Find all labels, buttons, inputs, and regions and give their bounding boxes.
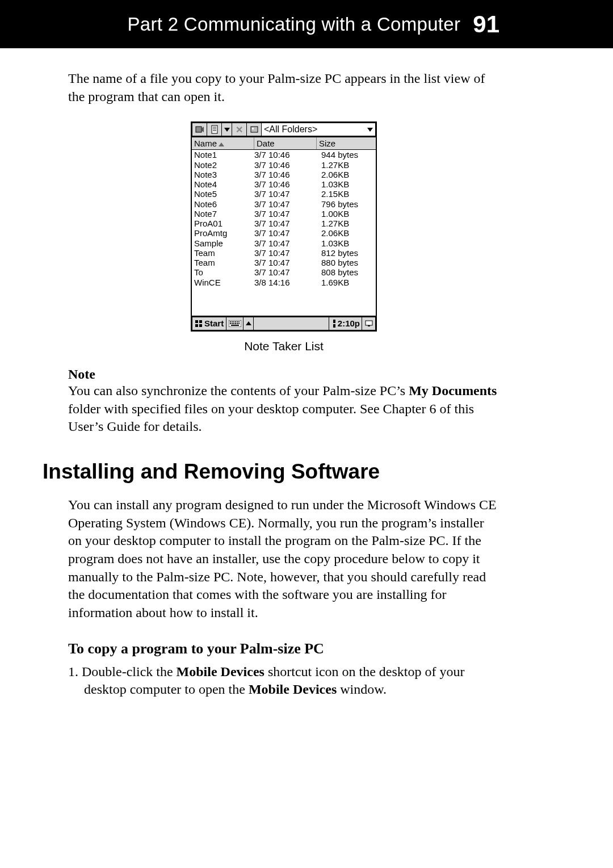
svg-rect-1: [212, 125, 217, 133]
list-item[interactable]: Note33/7 10:462.06KB: [192, 170, 376, 179]
delete-icon[interactable]: ✕: [232, 123, 246, 136]
list-item[interactable]: Sample3/7 10:471.03KB: [192, 238, 376, 248]
file-size: 1.00KB: [317, 209, 373, 219]
column-header-date[interactable]: Date: [254, 137, 317, 149]
file-name: ProAmtg: [194, 228, 254, 238]
column-header-size[interactable]: Size: [317, 137, 376, 149]
column-header-name[interactable]: Name: [192, 137, 254, 149]
svg-rect-14: [233, 321, 234, 322]
note-paragraph: You can also synchronize the contents of…: [68, 382, 499, 436]
new-note-dropdown-icon[interactable]: [221, 123, 232, 136]
page-header: Part 2 Communicating with a Computer 91: [0, 0, 613, 48]
header-page-number: 91: [473, 11, 499, 38]
list-item[interactable]: Note63/7 10:47796 bytes: [192, 199, 376, 209]
svg-rect-9: [195, 324, 198, 327]
file-name: Note1: [194, 150, 254, 160]
page-body: The name of a file you copy to your Palm…: [0, 48, 613, 699]
file-date: 3/7 10:46: [254, 179, 317, 189]
svg-rect-21: [235, 323, 236, 324]
record-icon[interactable]: [192, 123, 207, 136]
file-size: 1.03KB: [317, 238, 373, 248]
taskbar-clock[interactable]: 2:10p: [329, 317, 362, 330]
file-size: 1.03KB: [317, 179, 373, 189]
list-item[interactable]: Note23/7 10:461.27KB: [192, 160, 376, 170]
file-name: ProA01: [194, 219, 254, 228]
connection-icon: [331, 320, 338, 328]
svg-rect-25: [333, 320, 335, 323]
svg-rect-15: [235, 321, 236, 322]
list-item[interactable]: WinCE3/8 14:161.69KB: [192, 278, 376, 287]
device-taskbar: Start 2:10p: [192, 316, 376, 330]
keyboard-icon[interactable]: [226, 317, 243, 330]
file-name: Note6: [194, 199, 254, 209]
file-size: 1.27KB: [317, 219, 373, 228]
svg-rect-24: [231, 325, 239, 326]
file-size: 1.69KB: [317, 278, 373, 287]
folder-selector[interactable]: <All Folders>: [261, 123, 376, 136]
section-heading: Installing and Removing Software: [43, 460, 499, 484]
file-size: 2.06KB: [317, 228, 373, 238]
list-empty-space: [192, 287, 376, 316]
file-size: 812 bytes: [317, 248, 373, 258]
list-item[interactable]: Team3/7 10:47880 bytes: [192, 258, 376, 267]
file-date: 3/7 10:46: [254, 160, 317, 170]
sip-up-button[interactable]: [243, 317, 254, 330]
list-item[interactable]: ProAmtg3/7 10:472.06KB: [192, 228, 376, 238]
file-name: Note5: [194, 189, 254, 199]
file-name: Note4: [194, 179, 254, 189]
device-screenshot: ✕ <All Folders> Name Date Size Note13/7 …: [68, 121, 499, 353]
list-item[interactable]: Team3/7 10:47812 bytes: [192, 248, 376, 258]
file-date: 3/7 10:47: [254, 199, 317, 209]
list-header: Name Date Size: [192, 137, 376, 150]
subsection-heading: To copy a program to your Palm-size PC: [68, 640, 499, 657]
palm-device-frame: ✕ <All Folders> Name Date Size Note13/7 …: [191, 121, 377, 332]
file-date: 3/7 10:47: [254, 209, 317, 219]
file-name: Note2: [194, 160, 254, 170]
svg-rect-0: [196, 127, 201, 132]
svg-rect-23: [238, 323, 240, 324]
chevron-down-icon: [367, 128, 373, 132]
file-size: 2.06KB: [317, 170, 373, 179]
svg-rect-5: [251, 127, 258, 132]
list-item[interactable]: Note73/7 10:471.00KB: [192, 209, 376, 219]
list-item[interactable]: Note43/7 10:461.03KB: [192, 179, 376, 189]
file-name: To: [194, 267, 254, 277]
file-date: 3/7 10:47: [254, 248, 317, 258]
file-date: 3/7 10:47: [254, 258, 317, 267]
new-note-icon[interactable]: [207, 123, 221, 136]
file-name: WinCE: [194, 278, 254, 287]
svg-rect-19: [232, 323, 233, 324]
list-item[interactable]: Note53/7 10:472.15KB: [192, 189, 376, 199]
file-size: 2.15KB: [317, 189, 373, 199]
list-item[interactable]: Note13/7 10:46944 bytes: [192, 150, 376, 160]
properties-icon[interactable]: [246, 123, 261, 136]
svg-rect-16: [237, 321, 238, 322]
svg-rect-26: [333, 324, 335, 328]
header-part-label: Part 2 Communicating with a Computer: [128, 14, 461, 35]
svg-rect-17: [238, 321, 240, 322]
file-size: 880 bytes: [317, 258, 373, 267]
section-paragraph: You can install any program designed to …: [68, 496, 499, 622]
svg-rect-27: [366, 321, 372, 325]
file-size: 808 bytes: [317, 267, 373, 277]
folder-selector-label: <All Folders>: [264, 124, 317, 135]
list-item[interactable]: ProA013/7 10:471.27KB: [192, 219, 376, 228]
start-button[interactable]: Start: [192, 317, 226, 330]
svg-rect-28: [368, 325, 370, 326]
file-date: 3/7 10:47: [254, 228, 317, 238]
taskbar-spacer: [254, 317, 329, 330]
svg-rect-18: [230, 323, 231, 324]
up-arrow-icon: [246, 321, 251, 325]
device-toolbar: ✕ <All Folders>: [192, 123, 376, 137]
file-name: Note3: [194, 170, 254, 179]
note-heading: Note: [68, 367, 499, 382]
screenshot-caption: Note Taker List: [244, 339, 324, 353]
file-date: 3/8 14:16: [254, 278, 317, 287]
list-item[interactable]: To3/7 10:47808 bytes: [192, 267, 376, 277]
file-list: Note13/7 10:46944 bytesNote23/7 10:461.2…: [192, 150, 376, 287]
windows-logo-icon: [195, 320, 203, 328]
svg-rect-13: [232, 321, 233, 322]
clock-time: 2:10p: [338, 318, 360, 328]
file-date: 3/7 10:47: [254, 267, 317, 277]
desktop-icon[interactable]: [362, 317, 376, 330]
